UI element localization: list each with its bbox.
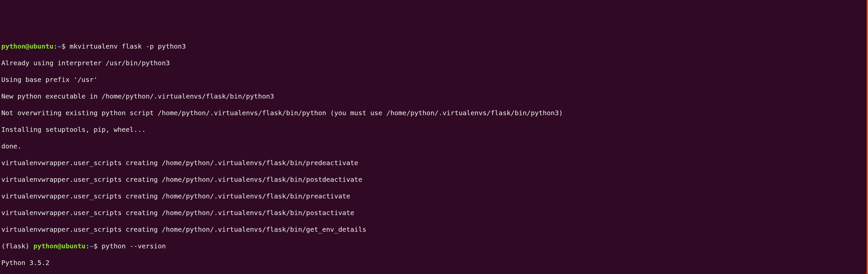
- output-line: virtualenvwrapper.user_scripts creating …: [1, 159, 867, 167]
- prompt-sep: :: [54, 42, 58, 50]
- output-line: virtualenvwrapper.user_scripts creating …: [1, 175, 867, 184]
- output-line: New python executable in /home/python/.v…: [1, 92, 867, 101]
- output-line: virtualenvwrapper.user_scripts creating …: [1, 192, 867, 200]
- output-line: Python 3.5.2: [1, 259, 867, 267]
- command-text: mkvirtualenv flask -p python3: [70, 42, 186, 50]
- output-line: Already using interpreter /usr/bin/pytho…: [1, 59, 867, 67]
- command-text: python --version: [101, 242, 166, 250]
- output-line: virtualenvwrapper.user_scripts creating …: [1, 209, 867, 217]
- prompt-user: python@ubuntu: [33, 242, 86, 250]
- output-line: virtualenvwrapper.user_scripts creating …: [1, 226, 867, 234]
- prompt-dollar: $: [62, 42, 70, 50]
- terminal-output[interactable]: python@ubuntu:~$ mkvirtualenv flask -p p…: [1, 34, 867, 274]
- output-line: Installing setuptools, pip, wheel...: [1, 126, 867, 134]
- output-line: Not overwriting existing python script /…: [1, 109, 867, 117]
- output-line: Using base prefix '/usr': [1, 76, 867, 84]
- window-edge-highlight: [867, 0, 868, 274]
- venv-name: (flask): [1, 242, 33, 250]
- prompt-line-2: (flask) python@ubuntu:~$ python --versio…: [1, 242, 867, 250]
- prompt-user: python@ubuntu: [1, 42, 54, 50]
- output-line: done.: [1, 142, 867, 150]
- prompt-path: ~: [58, 42, 62, 50]
- prompt-dollar: $: [94, 242, 101, 250]
- prompt-sep: :: [86, 242, 90, 250]
- prompt-line-1: python@ubuntu:~$ mkvirtualenv flask -p p…: [1, 42, 867, 50]
- prompt-path: ~: [90, 242, 94, 250]
